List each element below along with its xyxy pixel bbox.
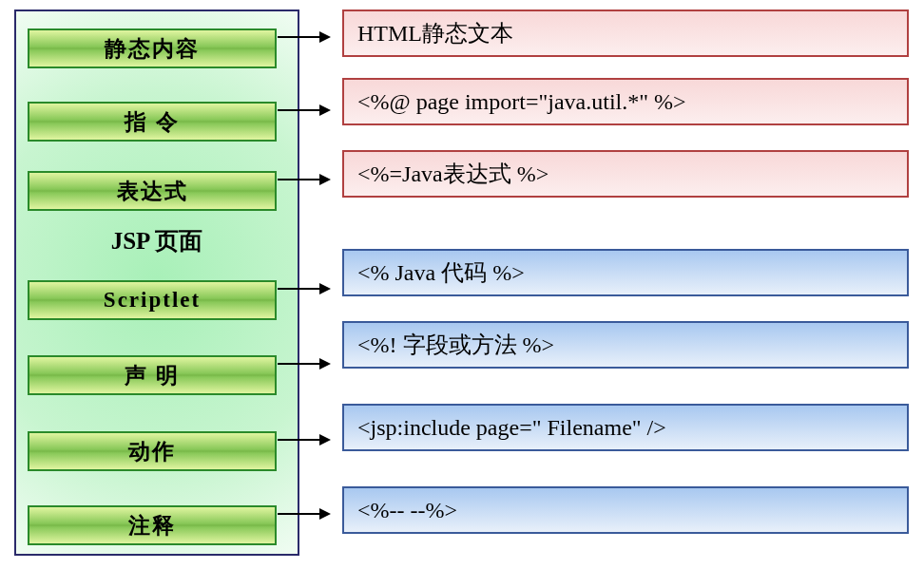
arrow-1 (278, 109, 329, 111)
arrow-6 (278, 513, 329, 515)
left-item-1: 指 令 (28, 102, 277, 142)
right-desc-5: <jsp:include page=" Filename" /> (342, 404, 909, 451)
arrow-0 (278, 36, 329, 38)
section-title: JSP 页面 (16, 219, 298, 262)
left-item-0: 静态内容 (28, 28, 277, 68)
arrow-2 (278, 179, 329, 180)
right-desc-0: HTML静态文本 (342, 9, 909, 57)
right-desc-2: <%=Java表达式 %> (342, 150, 909, 198)
left-item-4: 声 明 (28, 355, 277, 395)
left-item-2: 表达式 (28, 171, 277, 211)
left-item-6: 注释 (28, 505, 277, 545)
arrow-4 (278, 363, 329, 365)
jsp-page-container: 静态内容指 令表达式Scriptlet声 明动作注释JSP 页面 (14, 9, 299, 556)
right-desc-6: <%-- --%> (342, 486, 909, 534)
arrow-5 (278, 439, 329, 441)
arrow-3 (278, 288, 329, 290)
left-item-5: 动作 (28, 431, 277, 471)
right-desc-4: <%! 字段或方法 %> (342, 321, 909, 369)
right-desc-3: <% Java 代码 %> (342, 249, 909, 296)
left-item-3: Scriptlet (28, 280, 277, 320)
right-desc-1: <%@ page import="java.util.*" %> (342, 78, 909, 125)
